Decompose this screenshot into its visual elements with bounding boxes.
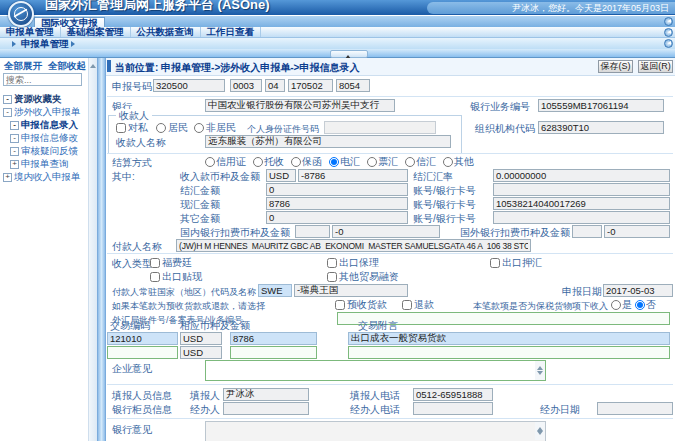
sidebar-item-domestic-income[interactable]: +境内收入申报单 [0,170,88,183]
reporter-name-input[interactable] [223,388,309,401]
teller-name-input[interactable] [223,402,309,415]
resident-radio-input[interactable] [156,123,166,133]
collapse-handle[interactable] [330,50,368,58]
declare-date-input[interactable] [603,284,673,297]
other-trade-finance-checkbox-input[interactable] [327,272,337,282]
scroll-up-icon[interactable] [537,424,543,431]
export-factoring-checkbox[interactable]: 出口保理 [327,256,379,269]
private-checkbox-input[interactable] [116,123,126,133]
txn-row2-amount-input[interactable] [230,346,317,359]
bonded-no-radio[interactable]: 否 [635,298,656,311]
sidebar-item-declaration-query[interactable]: +申报单查询 [0,157,88,170]
tree-toggle-icon[interactable]: - [10,121,19,130]
save-button[interactable]: 保存(S) [598,60,633,73]
scroll-up-icon[interactable] [537,363,543,370]
other-trade-finance-checkbox[interactable]: 其他贸易融资 [327,270,399,283]
resident-radio[interactable]: 居民 [156,121,188,134]
payer-name-input[interactable] [176,239,531,252]
settlement-other-radio[interactable]: 其他 [443,155,474,169]
txn-row1-code-input[interactable] [107,332,178,345]
settlement-wire-input[interactable] [329,157,339,167]
declaration-no-part2[interactable] [230,79,262,92]
txn-row1-remark-input[interactable] [348,332,670,345]
txn-row1-currency-input[interactable] [180,332,222,345]
pane-splitter[interactable] [97,58,106,441]
foreign-fee-amount-input[interactable] [604,225,670,238]
sidebar-item-foreign-income[interactable]: -涉外收入申报单 [0,105,88,118]
other-amount-input[interactable] [266,211,408,224]
reporter-phone-input[interactable] [413,388,493,401]
settlement-guarantee-input[interactable] [291,157,301,167]
settle-rate-input[interactable] [493,169,670,182]
domestic-fee-amount-input[interactable] [332,225,440,238]
settlement-collection-radio[interactable]: 托收 [253,155,284,169]
settlement-draft-radio[interactable]: 票汇 [367,155,398,169]
tree-toggle-icon[interactable]: - [10,147,19,156]
collapse-left-icon[interactable] [664,39,673,48]
submenu-declaration-mgmt[interactable]: 申报单管理 [10,38,80,49]
declaration-no-part4[interactable] [288,79,333,92]
corp-opinion-textarea[interactable] [205,360,546,381]
settlement-lc-input[interactable] [205,157,215,167]
settlement-draft-input[interactable] [367,157,377,167]
declaration-no-part5[interactable] [336,79,370,92]
payer-country-code-input[interactable] [258,284,292,297]
teller-date-input[interactable] [597,402,673,415]
non-resident-radio-input[interactable] [194,123,204,133]
bonded-yes-radio[interactable]: 是 [611,298,632,311]
bank-biz-no-input[interactable] [538,99,664,112]
collapse-left-icon[interactable] [664,17,673,26]
scroll-down-icon[interactable] [537,371,543,378]
org-code-input[interactable] [538,121,664,134]
sidebar-item-audit-feedback[interactable]: -审核疑问反馈 [0,144,88,157]
scroll-down-icon[interactable] [537,431,543,438]
non-resident-radio[interactable]: 非居民 [194,121,236,134]
settlement-guarantee-radio[interactable]: 保函 [291,155,322,169]
collapse-left-icon[interactable] [664,28,673,37]
forfaiting-checkbox-input[interactable] [150,258,160,268]
settlement-collection-input[interactable] [253,157,263,167]
account3-input[interactable] [493,211,670,224]
settlement-wire-radio[interactable]: 电汇 [329,155,360,169]
bonded-yes-input[interactable] [611,300,621,310]
export-bill-checkbox-input[interactable] [490,258,500,268]
payer-country-name-input[interactable] [294,284,408,297]
bonded-no-input[interactable] [635,300,645,310]
export-discount-checkbox-input[interactable] [150,272,160,282]
declaration-no-part1[interactable] [153,79,225,92]
back-button[interactable]: 返回(R) [638,60,673,73]
tree-toggle-icon[interactable]: - [10,134,19,143]
expand-all-link[interactable]: 全部展开 [4,60,42,71]
settlement-other-input[interactable] [443,157,453,167]
corp-opinion-scrollbar[interactable] [535,361,545,380]
settlement-mail-radio[interactable]: 信汇 [405,155,436,169]
income-amount-input[interactable] [298,169,408,182]
sidebar-item-info-entry[interactable]: -申报信息录入 [0,118,88,131]
bank-opinion-textarea[interactable] [205,421,546,441]
settle-amount-input[interactable] [266,183,408,196]
collapse-all-link[interactable]: 全部收起 [48,60,86,71]
income-currency-input[interactable] [266,169,296,182]
account1-input[interactable] [493,183,670,196]
menu-declaration-mgmt[interactable]: 申报单管理 [0,27,61,37]
export-discount-checkbox[interactable]: 出口贴现 [150,270,202,283]
refund-checkbox-input[interactable] [402,300,412,310]
tree-toggle-icon[interactable]: + [3,173,12,182]
txn-row2-currency-input[interactable] [180,346,222,359]
refund-checkbox[interactable]: 退款 [402,298,434,311]
tree-toggle-icon[interactable]: - [3,108,12,117]
advance-payment-checkbox[interactable]: 预收货款 [335,298,387,311]
payee-name-input[interactable] [205,135,451,148]
bank-input[interactable] [205,99,395,112]
export-factoring-checkbox-input[interactable] [327,258,337,268]
menu-archive-mgmt[interactable]: 基础档案管理 [61,27,131,37]
tree-toggle-icon[interactable]: - [3,95,12,104]
spot-amount-input[interactable] [266,197,408,210]
txn-row2-remark-input[interactable] [348,346,670,359]
txn-row2-code-input[interactable] [107,346,178,359]
declaration-no-part3[interactable] [265,79,285,92]
sidebar-item-info-modify[interactable]: -申报信息修改 [0,131,88,144]
private-checkbox[interactable]: 对私 [116,121,148,134]
forfaiting-checkbox[interactable]: 福费廷 [150,256,192,269]
scroll-up-icon[interactable] [90,61,96,68]
